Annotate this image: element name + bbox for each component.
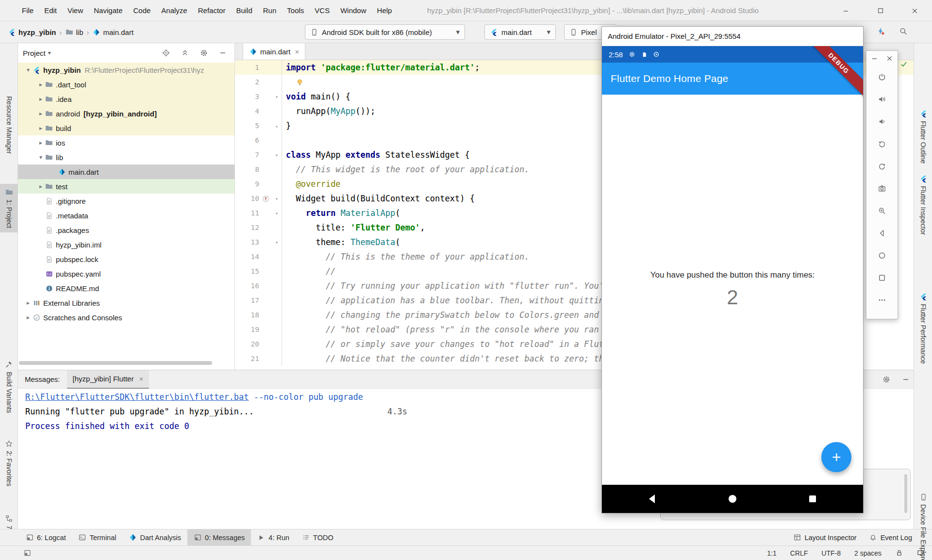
- search-icon[interactable]: [899, 27, 907, 35]
- menu-edit[interactable]: Edit: [39, 0, 62, 21]
- breadcrumb-hyzp-yibin[interactable]: hyzp_yibin: [8, 28, 56, 36]
- expand-arrow-icon[interactable]: ▸: [24, 299, 33, 306]
- menu-view[interactable]: View: [62, 0, 88, 21]
- collapse-icon[interactable]: [181, 49, 189, 57]
- menu-vcs[interactable]: VCS: [309, 0, 335, 21]
- emulator-camera-button[interactable]: [871, 177, 893, 199]
- minimize-button[interactable]: [829, 0, 863, 21]
- breadcrumb-lib[interactable]: lib: [66, 28, 83, 36]
- tool-button-flutter-inspector[interactable]: Flutter Inspector: [914, 170, 932, 239]
- menu-navigate[interactable]: Navigate: [88, 0, 128, 21]
- toolwindow-tab-terminal[interactable]: Terminal: [72, 529, 123, 545]
- breadcrumb-main-dart[interactable]: main.dart: [93, 28, 134, 36]
- emulator-overview-button[interactable]: [871, 266, 893, 289]
- expand-arrow-icon[interactable]: ▸: [36, 125, 45, 132]
- expand-arrow-icon[interactable]: ▸: [24, 314, 33, 321]
- tree-item-gitignore[interactable]: .gitignore: [18, 194, 234, 208]
- emulator-rotate-left-button[interactable]: [871, 132, 893, 155]
- tree-item-scratches-and-consoles[interactable]: ▸Scratches and Consoles: [18, 310, 234, 325]
- emulator-volume-down-button[interactable]: [871, 110, 893, 132]
- tool-button-flutter-performance[interactable]: Flutter Performance: [914, 288, 932, 368]
- lock-icon[interactable]: [895, 549, 903, 557]
- target-icon[interactable]: [162, 49, 170, 57]
- editor-tab-main-dart[interactable]: main.dart ×: [243, 43, 305, 60]
- overview-nav-button[interactable]: [807, 493, 818, 505]
- menu-tools[interactable]: Tools: [282, 0, 309, 21]
- emulator-titlebar[interactable]: Android Emulator - Pixel_2_API_29:5554: [602, 27, 863, 46]
- flutter-attach-icon[interactable]: [877, 27, 884, 35]
- toolwindow-tab-4-run[interactable]: 4: Run: [251, 529, 296, 545]
- emulator-rotate-right-button[interactable]: [871, 155, 893, 177]
- menu-help[interactable]: Help: [372, 0, 398, 21]
- emulator-volume-up-button[interactable]: [871, 88, 893, 110]
- emulator-power-button[interactable]: [871, 66, 893, 88]
- menu-code[interactable]: Code: [128, 0, 156, 21]
- status-2-spaces[interactable]: 2 spaces: [854, 549, 882, 557]
- tool-window-toggle-icon[interactable]: [23, 549, 31, 557]
- gear-icon[interactable]: [200, 49, 208, 57]
- tree-item-pubspec-yaml[interactable]: pubspec.yaml: [18, 266, 234, 281]
- minimize-icon[interactable]: [871, 55, 878, 64]
- collapse-arrow-icon[interactable]: ▾: [36, 154, 45, 161]
- menu-analyze[interactable]: Analyze: [156, 0, 192, 21]
- close-icon[interactable]: ×: [295, 48, 300, 56]
- tree-item-external-libraries[interactable]: ▸External Libraries: [18, 296, 234, 310]
- fold-icon[interactable]: ▴: [272, 123, 282, 129]
- collapse-arrow-icon[interactable]: ▾: [24, 66, 33, 73]
- tree-item-packages[interactable]: .packages: [18, 223, 234, 237]
- menu-refactor[interactable]: Refactor: [193, 0, 231, 21]
- chevron-down-icon[interactable]: ▾: [48, 49, 51, 56]
- home-nav-button[interactable]: [727, 493, 738, 505]
- scrollbar[interactable]: [904, 474, 907, 513]
- maximize-button[interactable]: [863, 0, 898, 21]
- expand-arrow-icon[interactable]: ▸: [36, 183, 45, 190]
- file-link[interactable]: R:\Flutter\FlutterSDK\flutter\bin\flutte…: [25, 392, 249, 402]
- fold-icon[interactable]: ▾: [272, 240, 282, 245]
- horizontal-scrollbar[interactable]: [19, 361, 212, 365]
- fold-icon[interactable]: ▾: [272, 196, 282, 201]
- gear-icon[interactable]: [882, 376, 890, 383]
- emulator-zoom-button[interactable]: [871, 199, 893, 222]
- tree-item-main-dart[interactable]: main.dart: [18, 165, 234, 179]
- menu-run[interactable]: Run: [258, 0, 282, 21]
- close-icon[interactable]: ×: [139, 375, 143, 383]
- hide-panel-icon[interactable]: [902, 376, 910, 383]
- tool-button-2-favorites[interactable]: 2: Favorites: [0, 435, 18, 491]
- tree-item-build[interactable]: ▸build: [18, 121, 234, 135]
- run-config-selector[interactable]: main.dart ▾: [484, 24, 556, 40]
- close-button[interactable]: [898, 0, 932, 21]
- back-nav-button[interactable]: [647, 493, 658, 505]
- tree-item-idea[interactable]: ▸.idea: [18, 92, 234, 106]
- toolwindow-tab-event-log[interactable]: Event Log: [863, 529, 918, 545]
- expand-arrow-icon[interactable]: ▸: [36, 96, 45, 102]
- tree-item-pubspec-lock[interactable]: pubspec.lock: [18, 252, 234, 266]
- fold-icon[interactable]: ▾: [272, 211, 282, 216]
- tree-item-test[interactable]: ▸test: [18, 179, 234, 194]
- close-icon[interactable]: [886, 55, 893, 64]
- hide-icon[interactable]: [219, 49, 227, 57]
- status-1-1[interactable]: 1:1: [767, 549, 776, 557]
- fold-icon[interactable]: ▾: [272, 152, 282, 158]
- tree-item-ios[interactable]: ▸ios: [18, 135, 234, 150]
- tool-button-build-variants[interactable]: Build Variants: [0, 356, 18, 417]
- toolwindow-tab-todo[interactable]: TODO: [296, 529, 340, 545]
- fab-button[interactable]: +: [821, 442, 851, 472]
- tree-item-hyzp-yibin[interactable]: ▾hyzp_yibinR:\FlutterProject\FlutterProj…: [18, 63, 234, 77]
- toolwindow-tab-0-messages[interactable]: 0: Messages: [187, 529, 251, 545]
- tree-item-lib[interactable]: ▾lib: [18, 150, 234, 165]
- expand-arrow-icon[interactable]: ▸: [36, 81, 45, 88]
- tree-item-dart-tool[interactable]: ▸.dart_tool: [18, 77, 234, 92]
- tool-button-resource-manager[interactable]: Resource Manager: [0, 92, 18, 158]
- tree-item-metadata[interactable]: .metadata: [18, 208, 234, 223]
- tree-item-readme-md[interactable]: README.md: [18, 281, 234, 296]
- emulator-home-button[interactable]: [871, 244, 893, 266]
- tree-item-hyzp-yibin-iml[interactable]: hyzp_yibin.iml: [18, 237, 234, 252]
- inspections-ok-icon[interactable]: [900, 60, 908, 68]
- status-crlf[interactable]: CRLF: [790, 549, 808, 557]
- tool-button-flutter-outline[interactable]: Flutter Outline: [914, 105, 932, 168]
- expand-arrow-icon[interactable]: ▸: [36, 139, 45, 146]
- menu-build[interactable]: Build: [231, 0, 257, 21]
- toolwindow-tab-6-logcat[interactable]: 6: Logcat: [19, 529, 72, 545]
- toolwindow-tab-dart-analysis[interactable]: Dart Analysis: [122, 529, 187, 545]
- menu-file[interactable]: File: [17, 0, 39, 21]
